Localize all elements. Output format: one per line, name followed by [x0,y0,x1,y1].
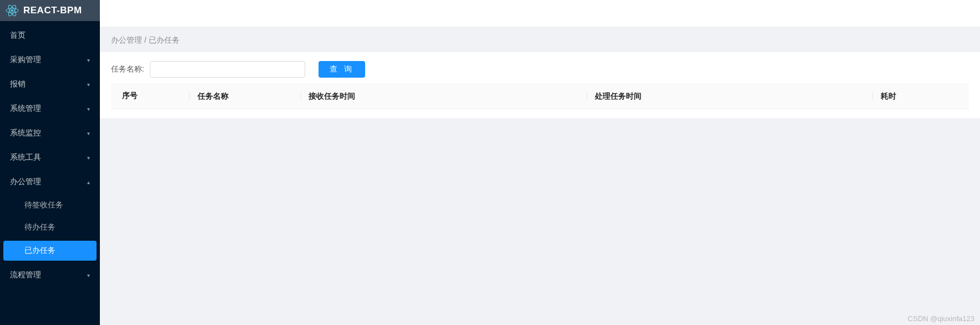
svg-point-3 [11,9,13,12]
chevron-down-icon: ▾ [87,106,90,112]
content-panel: 任务名称: 查 询 序号任务名称接收任务时间处理任务时间耗时 [100,52,980,118]
logo: REACT-BPM [0,0,100,21]
breadcrumb-parent: 办公管理 [111,35,142,44]
chevron-down-icon: ▾ [87,130,90,136]
task-name-input[interactable] [150,61,305,78]
search-row: 任务名称: 查 询 [111,61,969,78]
sidebar-item[interactable]: 系统监控▾ [0,121,100,145]
column-header: 处理任务时间 [580,83,866,109]
sidebar-item-label: 系统监控 [10,128,41,138]
chevron-down-icon: ▾ [87,82,90,88]
sidebar-item[interactable]: 首页 [0,23,100,48]
header-bar [100,0,980,27]
breadcrumb: 办公管理 / 已办任务 [100,27,980,52]
table-header-row: 序号任务名称接收任务时间处理任务时间耗时 [111,83,969,109]
sidebar-item[interactable]: 办公管理▴ [0,170,100,194]
sidebar: REACT-BPM 首页采购管理▾报销▾系统管理▾系统监控▾系统工具▾办公管理▴… [0,0,100,325]
react-icon [6,4,19,17]
sidebar-subitem[interactable]: 待签收任务 [0,194,100,216]
breadcrumb-sep: / [142,35,149,44]
column-header: 任务名称 [183,83,294,109]
brand-text: REACT-BPM [23,5,82,16]
sidebar-item-label: 流程管理 [10,270,41,280]
sidebar-item-label: 采购管理 [10,55,41,65]
breadcrumb-current: 已办任务 [149,35,180,44]
chevron-up-icon: ▴ [87,179,90,185]
sidebar-item-label: 系统管理 [10,104,41,114]
sidebar-item-label: 系统工具 [10,153,41,162]
sidebar-item-label: 报销 [10,79,26,89]
task-table: 序号任务名称接收任务时间处理任务时间耗时 [111,83,969,109]
sidebar-subitem[interactable]: 待办任务 [0,216,100,238]
sidebar-item[interactable]: 流程管理▾ [0,263,100,287]
sidebar-item[interactable]: 系统工具▾ [0,145,100,170]
sidebar-subitem[interactable]: 已办任务 [3,241,97,261]
column-header: 序号 [111,83,183,109]
query-button[interactable]: 查 询 [319,61,365,78]
chevron-down-icon: ▾ [87,272,90,278]
search-label: 任务名称: [111,64,144,74]
sidebar-item-label: 办公管理 [10,177,41,187]
watermark: CSDN @qiuxinfa123 [908,314,974,323]
nav-menu: 首页采购管理▾报销▾系统管理▾系统监控▾系统工具▾办公管理▴待签收任务待办任务已… [0,21,100,287]
sidebar-item[interactable]: 系统管理▾ [0,97,100,121]
column-header: 接收任务时间 [294,83,579,109]
sidebar-item-label: 首页 [10,31,26,40]
main-area: 办公管理 / 已办任务 任务名称: 查 询 序号任务名称接收任务时间处理任务时间… [100,0,980,325]
sidebar-item[interactable]: 采购管理▾ [0,48,100,72]
chevron-down-icon: ▾ [87,57,90,63]
sidebar-item[interactable]: 报销▾ [0,72,100,97]
chevron-down-icon: ▾ [87,155,90,161]
column-header: 耗时 [866,83,969,109]
